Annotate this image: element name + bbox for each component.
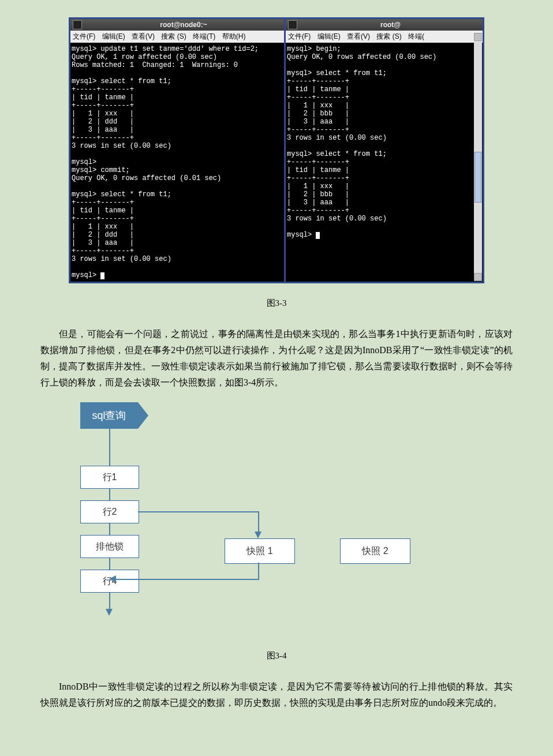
title-text: root@node0:~ <box>85 21 282 29</box>
terminal-right: root@ 文件(F) 编辑(E) 查看(V) 搜索 (S) 终端( mysql… <box>286 19 483 282</box>
connector-line <box>258 563 259 580</box>
connector-line <box>138 511 259 512</box>
diagram-snapshot-1: 快照 1 <box>225 538 295 564</box>
figure-caption-3-3: 图3-3 <box>40 298 513 309</box>
menu-view[interactable]: 查看(V) <box>347 32 370 40</box>
diagram-3-4: sql查询 行1 行2 排他锁 行4 快照 1 快照 2 <box>69 402 484 639</box>
menu-search[interactable]: 搜索 (S) <box>376 32 401 40</box>
terminal-icon <box>73 20 82 29</box>
menu-view[interactable]: 查看(V) <box>132 32 155 40</box>
terminal-screenshot: root@node0:~ 文件(F) 编辑(E) 查看(V) 搜索 (S) 终端… <box>69 17 484 283</box>
terminal-body-left[interactable]: mysql> update t1 set tanme='ddd' where t… <box>70 43 284 282</box>
menu-file[interactable]: 文件(F) <box>73 32 95 40</box>
menu-help[interactable]: 帮助(H) <box>222 32 246 40</box>
diagram-lock: 排他锁 <box>80 535 139 558</box>
diagram-row2: 行2 <box>80 500 139 523</box>
menu-terminal[interactable]: 终端( <box>408 32 424 40</box>
title-text: root@ <box>301 21 480 29</box>
diagram-row1: 行1 <box>80 466 139 489</box>
paragraph-2: InnoDB中一致性非锁定读的过程之所以称为非锁定读，是因为它不需要等待被访问的… <box>40 679 513 711</box>
menu-edit[interactable]: 编辑(E) <box>102 32 125 40</box>
connector-line <box>116 579 259 580</box>
menubar-right: 文件(F) 编辑(E) 查看(V) 搜索 (S) 终端( <box>286 31 483 43</box>
cursor-icon <box>100 272 104 279</box>
terminal-left: root@node0:~ 文件(F) 编辑(E) 查看(V) 搜索 (S) 终端… <box>70 19 284 282</box>
connector-line <box>258 511 259 533</box>
menu-search[interactable]: 搜索 (S) <box>161 32 186 40</box>
paragraph-1: 但是，可能会有一个问题，之前说过，事务的隔离性是由锁来实现的，那么当事务1中执行… <box>40 326 513 391</box>
titlebar-right: root@ <box>286 19 483 31</box>
arrowhead-down-icon <box>255 532 261 538</box>
diagram-flag-sql: sql查询 <box>80 402 138 429</box>
menu-edit[interactable]: 编辑(E) <box>317 32 341 40</box>
terminal-icon <box>288 20 297 29</box>
arrowhead-left-icon <box>109 575 116 582</box>
terminal-text-left: mysql> update t1 set tanme='ddd' where t… <box>72 45 259 279</box>
terminal-body-right[interactable]: mysql> begin; Query OK, 0 rows affected … <box>286 43 483 282</box>
diagram-snapshot-2: 快照 2 <box>340 538 410 564</box>
figure-caption-3-4: 图3-4 <box>40 650 513 661</box>
arrowhead-down-icon <box>106 609 113 616</box>
terminal-text-right: mysql> begin; Query OK, 0 rows affected … <box>287 45 436 239</box>
menu-terminal[interactable]: 终端(T) <box>193 32 215 40</box>
menubar-left: 文件(F) 编辑(E) 查看(V) 搜索 (S) 终端(T) 帮助(H) <box>70 31 284 43</box>
cursor-icon <box>316 232 320 239</box>
scrollbar[interactable] <box>474 33 482 281</box>
titlebar-left: root@node0:~ <box>70 19 284 31</box>
scroll-thumb[interactable] <box>474 152 481 203</box>
menu-file[interactable]: 文件(F) <box>288 32 311 40</box>
